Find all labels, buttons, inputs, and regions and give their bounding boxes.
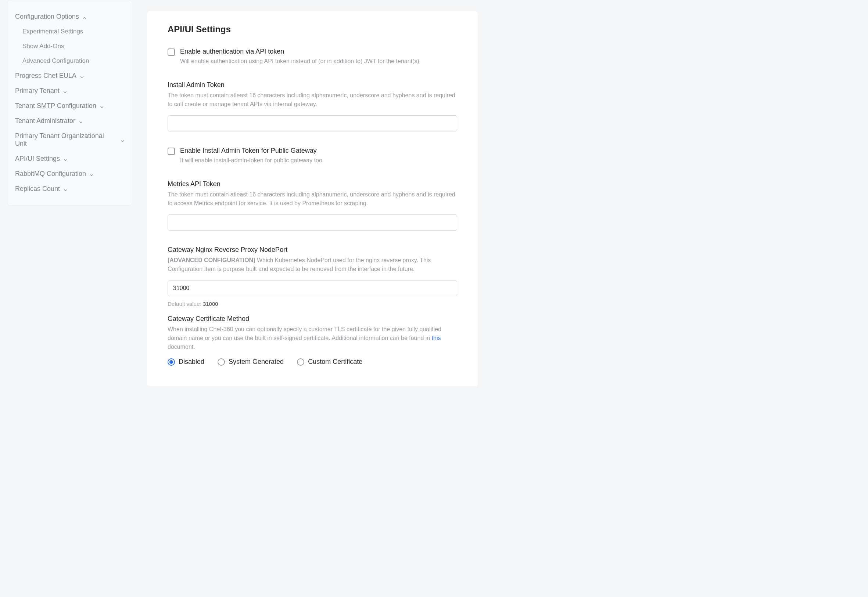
cert-desc-post: document. bbox=[168, 344, 195, 350]
cert-method-desc: When installing Chef-360 you can optiona… bbox=[168, 325, 457, 351]
sidebar-item-tenant-administrator[interactable]: Tenant Administrator bbox=[15, 113, 125, 129]
metrics-token-label: Metrics API Token bbox=[168, 180, 457, 188]
install-token-label: Install Admin Token bbox=[168, 81, 457, 89]
install-token-input[interactable] bbox=[168, 115, 457, 131]
cert-method-field: Gateway Certificate Method When installi… bbox=[168, 315, 457, 366]
gateway-port-label: Gateway Nginx Reverse Proxy NodePort bbox=[168, 246, 457, 254]
chevron-down-icon bbox=[78, 119, 83, 123]
sidebar-item-label: Replicas Count bbox=[15, 185, 60, 193]
gateway-port-input[interactable] bbox=[168, 280, 457, 296]
sidebar-subitem-experimental-settings[interactable]: Experimental Settings bbox=[15, 24, 125, 39]
default-value: 31000 bbox=[203, 301, 218, 307]
chevron-up-icon bbox=[82, 15, 86, 19]
radio-option-system-generated[interactable]: System Generated bbox=[217, 358, 284, 366]
chevron-down-icon bbox=[120, 138, 125, 142]
sidebar-item-label: Primary Tenant Organizational Unit bbox=[15, 132, 117, 148]
enable-auth-field: Enable authentication via API token Will… bbox=[168, 48, 457, 66]
sidebar-item-label: API/UI Settings bbox=[15, 155, 60, 163]
metrics-token-desc: The token must contain atleast 16 charac… bbox=[168, 190, 457, 208]
sidebar-item-label: Primary Tenant bbox=[15, 87, 60, 95]
gateway-port-desc: [ADVANCED CONFIGURATION] Which Kubernete… bbox=[168, 256, 457, 273]
sidebar-item-progress-chef-eula[interactable]: Progress Chef EULA bbox=[15, 68, 125, 83]
chevron-down-icon bbox=[63, 157, 67, 161]
radio-option-disabled[interactable]: Disabled bbox=[168, 358, 204, 366]
sidebar-item-label: Tenant SMTP Configuration bbox=[15, 102, 96, 110]
gateway-port-prefix: [ADVANCED CONFIGURATION] bbox=[168, 257, 255, 263]
radio-circle-icon bbox=[217, 358, 225, 366]
enable-auth-checkbox[interactable] bbox=[168, 49, 175, 56]
cert-method-label: Gateway Certificate Method bbox=[168, 315, 457, 323]
enable-public-label: Enable Install Admin Token for Public Ga… bbox=[180, 147, 457, 154]
radio-circle-icon bbox=[297, 358, 304, 366]
radio-label: System Generated bbox=[229, 358, 284, 366]
panel-title: API/UI Settings bbox=[168, 24, 457, 34]
sidebar-item-configuration-options[interactable]: Configuration Options bbox=[15, 9, 125, 24]
enable-auth-desc: Will enable authentication using API tok… bbox=[180, 57, 457, 66]
gateway-port-default: Default value: 31000 bbox=[168, 301, 457, 307]
metrics-token-field: Metrics API Token The token must contain… bbox=[168, 180, 457, 230]
chevron-down-icon bbox=[63, 187, 67, 191]
chevron-down-icon bbox=[79, 74, 84, 78]
sidebar-item-label: Tenant Administrator bbox=[15, 117, 75, 125]
cert-method-radio-group: Disabled System Generated Custom Certifi… bbox=[168, 358, 457, 366]
sidebar: Configuration Options Experimental Setti… bbox=[7, 0, 132, 206]
sidebar-subitem-advanced-configuration[interactable]: Advanced Configuration bbox=[15, 53, 125, 68]
sidebar-item-api-ui-settings[interactable]: API/UI Settings bbox=[15, 151, 125, 166]
sidebar-item-tenant-smtp-configuration[interactable]: Tenant SMTP Configuration bbox=[15, 98, 125, 113]
settings-panel: API/UI Settings Enable authentication vi… bbox=[147, 11, 478, 386]
sidebar-item-label: Progress Chef EULA bbox=[15, 72, 76, 80]
chevron-down-icon bbox=[99, 104, 104, 108]
sidebar-item-primary-tenant-organizational-unit[interactable]: Primary Tenant Organizational Unit bbox=[15, 129, 125, 151]
chevron-down-icon bbox=[63, 89, 67, 93]
enable-public-checkbox[interactable] bbox=[168, 148, 175, 155]
sidebar-subitem-show-addons[interactable]: Show Add-Ons bbox=[15, 39, 125, 53]
sidebar-item-replicas-count[interactable]: Replicas Count bbox=[15, 181, 125, 196]
install-token-field: Install Admin Token The token must conta… bbox=[168, 81, 457, 131]
enable-auth-label: Enable authentication via API token bbox=[180, 48, 457, 55]
radio-circle-icon bbox=[168, 358, 175, 366]
sidebar-item-label: RabbitMQ Configuration bbox=[15, 170, 86, 178]
install-token-desc: The token must contain atleast 16 charac… bbox=[168, 91, 457, 109]
cert-doc-link[interactable]: this bbox=[432, 335, 441, 341]
gateway-port-field: Gateway Nginx Reverse Proxy NodePort [AD… bbox=[168, 246, 457, 307]
chevron-down-icon bbox=[89, 172, 93, 176]
radio-label: Custom Certificate bbox=[308, 358, 362, 366]
sidebar-item-label: Configuration Options bbox=[15, 13, 79, 21]
sidebar-item-primary-tenant[interactable]: Primary Tenant bbox=[15, 83, 125, 98]
radio-label: Disabled bbox=[179, 358, 204, 366]
cert-desc-pre: When installing Chef-360 you can optiona… bbox=[168, 326, 441, 341]
default-label: Default value: bbox=[168, 301, 203, 307]
sidebar-item-rabbitmq-configuration[interactable]: RabbitMQ Configuration bbox=[15, 166, 125, 181]
metrics-token-input[interactable] bbox=[168, 214, 457, 230]
radio-option-custom-certificate[interactable]: Custom Certificate bbox=[297, 358, 362, 366]
main-content: API/UI Settings Enable authentication vi… bbox=[147, 0, 478, 597]
enable-public-desc: It will enable install-admin-token for p… bbox=[180, 156, 457, 165]
enable-public-field: Enable Install Admin Token for Public Ga… bbox=[168, 147, 457, 165]
